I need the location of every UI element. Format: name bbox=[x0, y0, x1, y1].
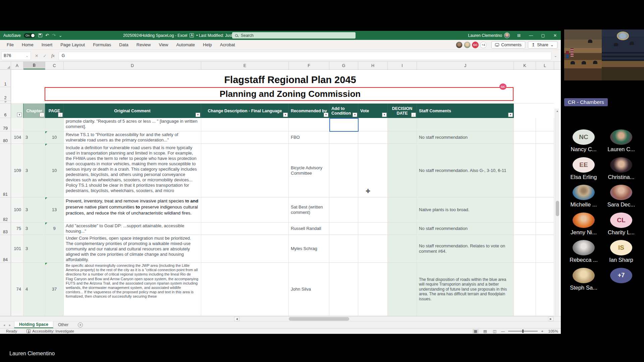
header-add-to-condition[interactable]: Add to Condition ▾ bbox=[329, 104, 358, 118]
header-decision-date[interactable]: DECISION DATE ↓ bbox=[388, 104, 417, 118]
coauthor-avatar[interactable] bbox=[464, 42, 471, 48]
column-header-b[interactable]: B bbox=[23, 62, 45, 69]
coauthor-avatar[interactable] bbox=[456, 42, 463, 48]
coauthor-badge[interactable]: GC bbox=[472, 42, 479, 48]
cell-original-comment[interactable]: Include a definition for vulnerable road… bbox=[64, 144, 201, 197]
filter-icon[interactable]: ▾ bbox=[382, 113, 387, 117]
tab-file[interactable]: File bbox=[3, 40, 18, 50]
page-break-view-icon[interactable]: ◫ bbox=[491, 329, 497, 334]
tab-home[interactable]: Home bbox=[18, 40, 38, 50]
sheet-next-icon[interactable]: ▸ bbox=[9, 323, 11, 327]
title-cell[interactable]: Flagstaff Regional Plan 2045 bbox=[11, 70, 554, 87]
cell-staff-comments[interactable]: No staff recommendation. Relates to vote… bbox=[417, 235, 514, 263]
row-header-81[interactable]: 81 bbox=[0, 144, 11, 197]
sheet-tab-holding-space[interactable]: Holding Space bbox=[14, 321, 53, 328]
participant-tile[interactable]: Rebecca ... bbox=[570, 240, 597, 268]
participant-tile[interactable]: Lauren C... bbox=[607, 129, 635, 157]
zoom-slider[interactable] bbox=[508, 331, 538, 331]
row-header-85[interactable] bbox=[0, 263, 11, 316]
column-header-c[interactable]: C bbox=[45, 62, 64, 69]
column-header-g[interactable]: G bbox=[329, 62, 358, 69]
column-header-h[interactable]: H bbox=[358, 62, 388, 69]
insert-function-icon[interactable]: fx bbox=[51, 53, 55, 58]
tab-page-layout[interactable]: Page Layout bbox=[56, 40, 89, 50]
vertical-scroll-thumb[interactable] bbox=[556, 201, 559, 216]
filter-icon[interactable]: ▾ bbox=[324, 113, 328, 117]
row-header-6[interactable]: 6 bbox=[0, 104, 11, 118]
tab-view[interactable]: View bbox=[155, 40, 172, 50]
row-header-1[interactable]: 1 bbox=[0, 70, 11, 87]
zoom-in-icon[interactable]: + bbox=[541, 329, 543, 333]
scroll-up-icon[interactable]: ▲ bbox=[556, 109, 559, 114]
add-sheet-button[interactable]: + bbox=[78, 322, 83, 327]
row-header-79[interactable]: 79 bbox=[0, 118, 11, 131]
row-header-80[interactable]: 80 bbox=[0, 131, 11, 144]
scroll-right-icon[interactable]: ▶ bbox=[548, 317, 553, 321]
undo-icon[interactable]: ↶ bbox=[45, 33, 49, 38]
signed-in-user[interactable]: Lauren Clementino bbox=[468, 33, 502, 38]
cell-original-comment[interactable]: Revise TS.1 to "Prioritize accessibility… bbox=[64, 131, 201, 144]
participant-tile[interactable]: Sara Dec... bbox=[607, 185, 635, 213]
participant-tile[interactable]: Christina... bbox=[608, 157, 635, 185]
column-header-e[interactable]: E bbox=[201, 62, 289, 69]
sort-icon[interactable]: ↓ bbox=[40, 113, 44, 117]
participant-tile[interactable]: IS Ian Sharp bbox=[609, 240, 633, 268]
page-layout-view-icon[interactable]: ▤ bbox=[482, 329, 488, 334]
header-cell-a[interactable]: ▾ bbox=[11, 104, 23, 118]
sheet-tab-other[interactable]: Other bbox=[53, 321, 73, 328]
cell-original-comment[interactable]: Prevent, inventory, treat and remove inv… bbox=[64, 197, 201, 223]
cell-staff-comments[interactable]: No staff recommendation bbox=[417, 223, 514, 235]
horizontal-scrollbar[interactable]: ◀ ▶ bbox=[0, 316, 561, 321]
tab-formulas[interactable]: Formulas bbox=[89, 40, 115, 50]
tab-acrobat[interactable]: Acrobat bbox=[216, 40, 239, 50]
row-header-83[interactable]: 83 bbox=[0, 223, 11, 235]
zoom-level[interactable]: 105% bbox=[547, 329, 558, 333]
accessibility-status[interactable]: Accessibility: Investigate bbox=[32, 329, 74, 333]
cell-staff-comments[interactable]: No staff recommendation bbox=[417, 131, 514, 144]
tab-automate[interactable]: Automate bbox=[172, 40, 199, 50]
tab-help[interactable]: Help bbox=[199, 40, 216, 50]
search-input[interactable] bbox=[240, 33, 341, 38]
participant-tile[interactable]: CL Charity L... bbox=[608, 213, 635, 240]
column-header-l[interactable]: L bbox=[536, 62, 554, 69]
filter-icon[interactable]: ▾ bbox=[508, 113, 513, 117]
scroll-left-icon[interactable]: ◀ bbox=[234, 317, 239, 321]
filter-icon[interactable]: ▾ bbox=[283, 113, 288, 117]
header-page[interactable]: PAGE ↓ bbox=[45, 104, 64, 118]
save-icon[interactable] bbox=[38, 34, 42, 37]
chambers-video[interactable] bbox=[564, 29, 644, 80]
column-header-i[interactable]: I bbox=[388, 62, 417, 69]
participant-tile[interactable]: EE Elsa Erling bbox=[571, 157, 597, 185]
tab-data[interactable]: Data bbox=[115, 40, 132, 50]
normal-view-icon[interactable]: ▦ bbox=[473, 329, 479, 334]
row-header-82[interactable]: 82 bbox=[0, 197, 11, 223]
share-button[interactable]: ↥ Share ⌄ bbox=[528, 41, 557, 49]
cell-recommended-by[interactable]: Sat Best (written comment) bbox=[289, 197, 329, 223]
participant-overflow-tile[interactable]: +7 bbox=[610, 268, 632, 296]
select-all-corner[interactable] bbox=[0, 62, 11, 69]
column-header-d[interactable]: D bbox=[64, 62, 201, 69]
header-change-description[interactable]: Change Description - Final Language ▾ bbox=[201, 104, 289, 118]
header-chapter[interactable]: Chapter ↓ bbox=[23, 104, 45, 118]
cell-original-comment[interactable]: promote clarity. "Requests of 5 acres or… bbox=[64, 118, 201, 131]
cell-staff-comments[interactable]: No staff recommendation. Also G-, 3-10, … bbox=[417, 144, 514, 197]
cell-recommended-by[interactable]: Myles Schrag bbox=[289, 235, 329, 263]
filter-icon[interactable]: ▾ bbox=[353, 113, 357, 117]
header-original-comment[interactable]: Original Comment ▾ bbox=[64, 104, 201, 118]
formula-input[interactable]: G bbox=[59, 52, 551, 60]
quick-access-caret-icon[interactable]: ⌄ bbox=[59, 33, 62, 38]
sort-icon[interactable]: ↓ bbox=[411, 113, 416, 117]
participant-tile[interactable]: Jenny Ni... bbox=[571, 213, 597, 240]
tab-insert[interactable]: Insert bbox=[38, 40, 57, 50]
vertical-scrollbar[interactable]: ▲ ▼ bbox=[555, 109, 559, 316]
zoom-slider-thumb[interactable] bbox=[522, 329, 524, 333]
cell-recommended-by[interactable]: Bicycle Advisory Committee bbox=[289, 144, 329, 197]
participant-tile[interactable]: Steph Sa... bbox=[570, 268, 597, 296]
horizontal-scroll-thumb[interactable] bbox=[289, 317, 349, 321]
cell-staff-comments[interactable]: Native plants is too broad. bbox=[417, 197, 514, 223]
cell-recommended-by[interactable]: Russell Randall bbox=[289, 223, 329, 235]
sort-icon[interactable]: ↓ bbox=[58, 113, 63, 117]
close-button[interactable]: ✕ bbox=[552, 33, 558, 38]
column-header-k[interactable]: K bbox=[514, 62, 536, 69]
cell-recommended-by[interactable]: FBO bbox=[289, 131, 329, 144]
